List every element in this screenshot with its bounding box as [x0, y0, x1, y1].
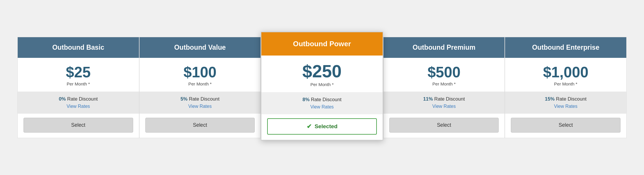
- plan-header-value: Outbound Value: [140, 37, 261, 58]
- plan-header-basic: Outbound Basic: [18, 37, 139, 58]
- checkmark-icon: ✔: [307, 123, 312, 130]
- plan-discount-area-value: 5% Rate DiscountView Rates: [140, 92, 261, 114]
- plan-period-premium: Per Month *: [387, 81, 501, 86]
- plan-discount-area-enterprise: 15% Rate DiscountView Rates: [505, 92, 626, 114]
- select-button-basic[interactable]: Select: [23, 118, 133, 133]
- plan-discount-area-basic: 0% Rate DiscountView Rates: [18, 92, 139, 114]
- plan-price-area-value: $100Per Month *: [140, 58, 261, 92]
- plan-price-power: $250: [265, 63, 379, 80]
- plan-discount-text-value: 5% Rate Discount: [143, 96, 257, 102]
- plan-card-enterprise: Outbound Enterprise$1,000Per Month *15% …: [505, 37, 627, 138]
- plan-price-premium: $500: [387, 65, 501, 80]
- plan-header-power: Outbound Power: [261, 32, 383, 56]
- selected-button-power[interactable]: ✔Selected: [267, 118, 377, 135]
- plan-price-value: $100: [143, 65, 257, 80]
- plan-discount-area-premium: 11% Rate DiscountView Rates: [383, 92, 505, 114]
- plan-price-area-basic: $25Per Month *: [18, 58, 139, 92]
- plan-discount-area-power: 8% Rate DiscountView Rates: [261, 92, 383, 114]
- plan-card-premium: Outbound Premium$500Per Month *11% Rate …: [383, 37, 505, 138]
- view-rates-link-power[interactable]: View Rates: [265, 104, 379, 110]
- plan-period-power: Per Month *: [265, 82, 379, 87]
- plan-discount-text-enterprise: 15% Rate Discount: [509, 96, 623, 102]
- select-button-enterprise[interactable]: Select: [511, 118, 621, 133]
- plan-action-enterprise: Select: [505, 114, 626, 138]
- select-button-value[interactable]: Select: [145, 118, 255, 133]
- pricing-table: Outbound Basic$25Per Month *0% Rate Disc…: [17, 37, 627, 138]
- plan-header-enterprise: Outbound Enterprise: [505, 37, 626, 58]
- plan-action-value: Select: [140, 114, 261, 138]
- plan-action-premium: Select: [383, 114, 505, 138]
- plan-period-enterprise: Per Month *: [509, 81, 623, 86]
- select-button-premium[interactable]: Select: [389, 118, 499, 133]
- plan-card-basic: Outbound Basic$25Per Month *0% Rate Disc…: [17, 37, 139, 138]
- plan-card-value: Outbound Value$100Per Month *5% Rate Dis…: [139, 37, 261, 138]
- plan-card-power: Outbound Power$250Per Month *8% Rate Dis…: [261, 32, 383, 140]
- plan-discount-text-basic: 0% Rate Discount: [21, 96, 135, 102]
- plan-action-power: ✔Selected: [261, 114, 383, 140]
- plan-discount-text-power: 8% Rate Discount: [265, 97, 379, 103]
- view-rates-link-enterprise[interactable]: View Rates: [509, 104, 623, 109]
- plan-header-premium: Outbound Premium: [383, 37, 505, 58]
- view-rates-link-premium[interactable]: View Rates: [387, 104, 501, 109]
- view-rates-link-value[interactable]: View Rates: [143, 104, 257, 109]
- selected-label: Selected: [315, 123, 338, 130]
- plan-discount-text-premium: 11% Rate Discount: [387, 96, 501, 102]
- plan-period-basic: Per Month *: [21, 81, 135, 86]
- plan-price-area-premium: $500Per Month *: [383, 58, 505, 92]
- plan-price-basic: $25: [21, 65, 135, 80]
- plan-action-basic: Select: [18, 114, 139, 138]
- view-rates-link-basic[interactable]: View Rates: [21, 104, 135, 109]
- plan-price-area-enterprise: $1,000Per Month *: [505, 58, 626, 92]
- plan-period-value: Per Month *: [143, 81, 257, 86]
- plan-price-enterprise: $1,000: [509, 65, 623, 80]
- plan-price-area-power: $250Per Month *: [261, 56, 383, 92]
